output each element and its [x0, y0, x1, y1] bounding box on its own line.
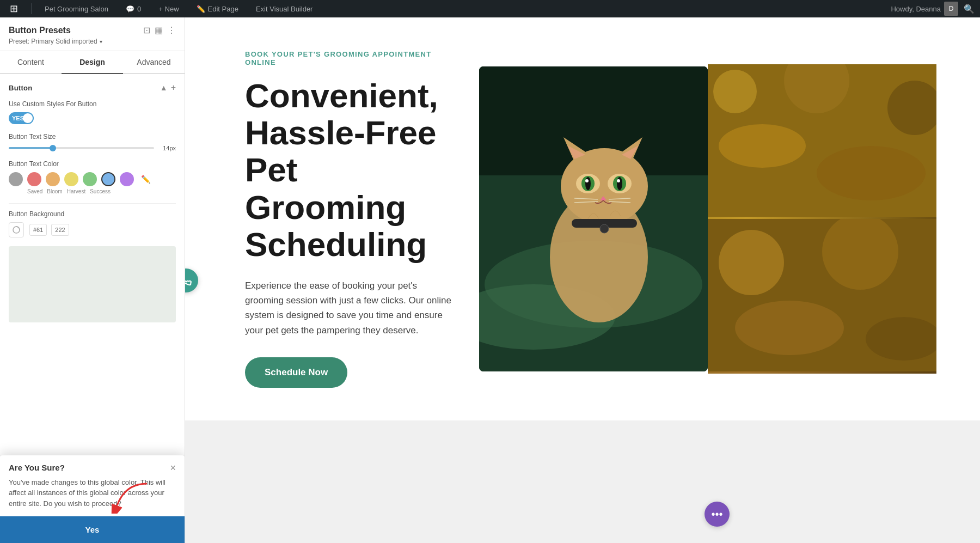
separator — [31, 3, 32, 14]
toggle-yes-label: YES — [12, 115, 24, 121]
admin-bar: ⊞ Pet Grooming Salon 💬 0 + New ✏️ Edit P… — [0, 0, 980, 17]
divider — [9, 203, 176, 204]
text-size-field: Button Text Size 14px — [9, 133, 176, 151]
small-fields-row: #61 222 — [29, 224, 69, 236]
swatch-orange[interactable] — [46, 172, 60, 186]
panel-title-row: Button Presets ⊡ ▦ ⋮ — [9, 25, 176, 35]
button-section-header: Button ▲ + — [9, 83, 176, 93]
columns-icon[interactable]: ▦ — [155, 25, 163, 35]
dialog-footer: Yes — [0, 516, 185, 543]
custom-styles-label: Use Custom Styles For Button — [9, 100, 176, 108]
dialog-body: You've made changes to this global color… — [0, 477, 185, 517]
user-avatar: D — [944, 2, 958, 16]
bg-image-top — [708, 64, 936, 219]
hero-image-wrapper — [479, 66, 708, 371]
slider-thumb[interactable] — [50, 145, 56, 151]
section-title-button: Button — [9, 84, 32, 92]
pencil-icon: ✏️ — [197, 5, 205, 13]
custom-styles-toggle[interactable]: YES — [9, 112, 34, 124]
swatch-green[interactable] — [83, 172, 97, 186]
howdy-section[interactable]: Howdy, Deanna D — [891, 2, 958, 16]
dialog-title: Are You Sure? — [9, 463, 65, 472]
left-panel: Button Presets ⊡ ▦ ⋮ Preset: Primary Sol… — [0, 17, 185, 543]
text-color-field: Button Text Color ✏️ Saved Bloom Harvest — [9, 160, 176, 194]
svg-point-34 — [719, 230, 784, 295]
confirm-dialog: Are You Sure? × You've made changes to t… — [0, 455, 185, 544]
wp-logo[interactable]: ⊞ — [5, 1, 22, 17]
resize-icon[interactable]: ⊡ — [143, 25, 150, 35]
color-picker-icon[interactable]: ✏️ — [138, 172, 152, 186]
svg-point-17 — [617, 177, 622, 190]
search-icon[interactable]: 🔍 — [964, 4, 975, 14]
swatch-gray[interactable] — [9, 172, 23, 186]
tab-design[interactable]: Design — [62, 51, 123, 74]
more-icon[interactable]: ⋮ — [167, 25, 176, 35]
main-layout: Button Presets ⊡ ▦ ⋮ Preset: Primary Sol… — [0, 17, 980, 543]
svg-point-16 — [585, 177, 591, 190]
svg-point-26 — [600, 224, 609, 233]
swatch-red[interactable] — [27, 172, 41, 186]
add-icon[interactable]: + — [171, 83, 176, 93]
yes-button[interactable]: Yes — [0, 516, 185, 543]
svg-point-31 — [719, 124, 806, 168]
tab-content[interactable]: Content — [0, 51, 62, 74]
comment-icon: 💬 — [126, 5, 134, 13]
bg-images-right — [708, 64, 936, 374]
color-swatches: ✏️ — [9, 172, 176, 186]
bg-swatch-gradient[interactable] — [9, 222, 24, 237]
cat-svg — [479, 66, 708, 371]
bg-row: #61 222 — [9, 222, 176, 237]
preset-arrow-icon: ▾ — [100, 39, 102, 45]
panel-preset[interactable]: Preset: Primary Solid imported ▾ — [9, 38, 176, 45]
panel-header: Button Presets ⊡ ▦ ⋮ Preset: Primary Sol… — [0, 17, 185, 51]
collapse-icon[interactable]: ▲ — [160, 83, 168, 92]
swatch-label-harvest: Harvest — [67, 188, 85, 194]
svg-point-18 — [585, 179, 589, 182]
exit-builder-link[interactable]: Exit Visual Builder — [252, 3, 317, 15]
swatch-labels: Saved Bloom Harvest Success — [9, 188, 176, 194]
schedule-now-button[interactable]: Schedule Now — [245, 357, 347, 388]
slider-fill — [9, 147, 52, 149]
dialog-close-button[interactable]: × — [170, 463, 176, 473]
tab-advanced[interactable]: Advanced — [123, 51, 185, 74]
new-button[interactable]: + New — [154, 3, 183, 15]
swatch-blue[interactable] — [101, 172, 115, 186]
text-size-slider-row: 14px — [9, 145, 176, 151]
text-size-slider-track[interactable] — [9, 147, 154, 149]
content-area: BOOK YOUR PET'S GROOMING APPOINTMENT ONL… — [185, 17, 980, 543]
hero-description: Experience the ease of booking your pet'… — [245, 278, 457, 338]
swatch-purple[interactable] — [120, 172, 134, 186]
hero-text: BOOK YOUR PET'S GROOMING APPOINTMENT ONL… — [245, 50, 479, 388]
bg-field-1[interactable]: #61 — [29, 224, 47, 236]
text-size-value: 14px — [160, 145, 176, 151]
swatch-label-saved: Saved — [27, 188, 42, 194]
edit-page-link[interactable]: ✏️ Edit Page — [192, 3, 243, 15]
bg-field-2[interactable]: 222 — [51, 224, 69, 236]
site-name[interactable]: Pet Grooming Salon — [40, 3, 113, 15]
custom-styles-field: Use Custom Styles For Button YES — [9, 100, 176, 124]
text-size-label: Button Text Size — [9, 133, 176, 141]
svg-point-36 — [735, 301, 844, 355]
cat-image — [479, 66, 708, 371]
button-bg-label: Button Background — [9, 210, 176, 218]
purple-dots-button[interactable]: ••• — [705, 502, 730, 527]
comments-link[interactable]: 💬 0 — [121, 3, 145, 15]
svg-point-28 — [713, 70, 757, 113]
swatch-label-success: Success — [90, 188, 111, 194]
svg-point-32 — [817, 146, 926, 200]
hero-title: Convenient, Hassle-Free Pet Grooming Sch… — [245, 77, 457, 263]
toggle-knob — [23, 113, 33, 123]
swatch-label-bloom: Bloom — [47, 188, 62, 194]
dialog-header: Are You Sure? × — [0, 455, 185, 477]
site-preview: BOOK YOUR PET'S GROOMING APPOINTMENT ONL… — [185, 17, 980, 543]
autumn-svg — [708, 64, 936, 217]
swatch-yellow[interactable] — [64, 172, 78, 186]
hero-section: BOOK YOUR PET'S GROOMING APPOINTMENT ONL… — [185, 17, 980, 420]
panel-tabs: Content Design Advanced — [0, 51, 185, 74]
gradient-icon — [12, 225, 21, 234]
bg-image-bottom — [708, 219, 936, 374]
panel-title-icons: ⊡ ▦ ⋮ — [143, 25, 176, 35]
text-color-label: Button Text Color — [9, 160, 176, 168]
panel-title: Button Presets — [9, 26, 71, 35]
hero-eyebrow: BOOK YOUR PET'S GROOMING APPOINTMENT ONL… — [245, 50, 457, 66]
